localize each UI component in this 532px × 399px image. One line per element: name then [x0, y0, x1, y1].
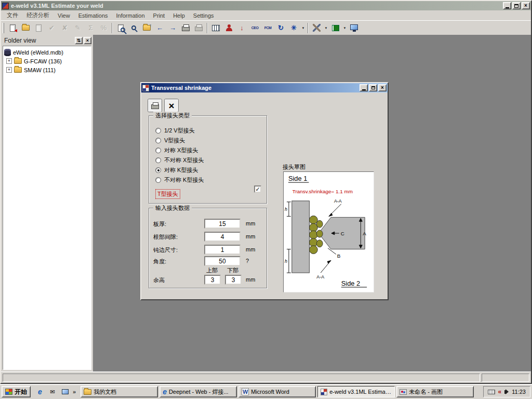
validate-button[interactable]: ✔ [45, 22, 58, 34]
percent-button[interactable]: % [97, 22, 110, 34]
radio-v-joint[interactable]: V型接头 [155, 137, 185, 144]
monitor-button[interactable] [348, 22, 361, 34]
quick-launch-ie-button[interactable]: e [35, 387, 45, 396]
dim-c: C [341, 231, 344, 236]
reinforcement-headers: 上部 下部 [149, 267, 267, 274]
t-joint-label[interactable]: T型接头 [155, 189, 180, 199]
taskbar-button-word[interactable]: W Microsoft Word [238, 386, 316, 397]
menu-file[interactable]: 文件 [3, 10, 22, 20]
dialog-title: Transversal shrinkage [151, 85, 358, 91]
minimize-button[interactable] [503, 2, 511, 9]
menu-help[interactable]: Help [169, 11, 189, 20]
menu-view[interactable]: View [54, 11, 74, 20]
start-button[interactable]: 开始 [2, 386, 31, 397]
close-button[interactable]: × [522, 2, 530, 9]
maximize-button[interactable] [512, 2, 521, 9]
menu-settings[interactable]: Settings [189, 11, 218, 20]
dialog-icon [142, 85, 149, 91]
menu-estimations[interactable]: Estimations [74, 11, 112, 20]
angle-input[interactable] [204, 256, 241, 266]
export-button[interactable]: ↓ [235, 22, 248, 34]
menu-information[interactable]: Information [112, 11, 149, 20]
wizard-button[interactable]: ✳ [287, 22, 300, 34]
zoom-button[interactable] [127, 22, 140, 34]
quick-launch: e ✉ » [32, 387, 79, 396]
root-face-label: 钝边尺寸: [153, 246, 178, 254]
ceo-report-button[interactable]: CEO [248, 22, 261, 34]
save-button[interactable] [32, 22, 45, 34]
expand-toggle-icon[interactable]: + [6, 67, 12, 73]
back-button[interactable]: ← [153, 22, 166, 34]
reinforcement-upper-input[interactable] [204, 275, 221, 285]
toolbar-separator [112, 23, 113, 33]
quick-launch-overflow-chevron[interactable]: » [73, 389, 76, 395]
dock-toggle-button[interactable]: ⇅ [75, 37, 83, 44]
thickness-input[interactable] [204, 219, 241, 229]
root-gap-input[interactable] [204, 232, 241, 242]
handbook-button[interactable] [329, 22, 342, 34]
dialog-maximize-button[interactable] [369, 84, 377, 91]
dialog-delete-button[interactable]: × [164, 99, 179, 112]
radio-symmetric-x-joint[interactable]: 对称 X型接头 [155, 147, 198, 154]
expand-toggle-icon[interactable]: + [6, 58, 12, 64]
root-gap-label: 根部间隙: [153, 233, 178, 241]
volume-icon[interactable] [504, 390, 507, 394]
tools-button[interactable] [310, 22, 323, 34]
status-bar [1, 371, 531, 383]
radio-asymmetric-x-joint[interactable]: 不对称 X型接头 [155, 156, 204, 164]
menu-economic-analysis[interactable]: 经济分析 [22, 10, 54, 20]
folder-view-close-button[interactable]: × [84, 37, 91, 44]
toolbar-grip[interactable] [3, 23, 4, 33]
fcm-report-button[interactable]: FCM [261, 22, 274, 34]
taskbar-button-paint[interactable]: 未命名 - 画图 [396, 386, 474, 397]
show-desktop-button[interactable] [60, 387, 70, 396]
welders-button[interactable] [222, 22, 235, 34]
tree-item-gfcaw[interactable]: + G-FCAW (136) [4, 57, 90, 65]
dialog-close-button[interactable]: × [378, 84, 387, 91]
quick-launch-mail-button[interactable]: ✉ [48, 387, 57, 396]
menu-print[interactable]: Print [149, 11, 169, 20]
dialog-print-button[interactable] [148, 99, 162, 112]
cancel-button[interactable]: ✘ [58, 22, 71, 34]
envelope-icon: ✉ [50, 389, 55, 395]
wizard-dropdown-button[interactable]: ▼ [300, 22, 306, 34]
keyboard-layout-icon[interactable] [488, 390, 495, 394]
folder-up-button[interactable]: ↑ [140, 22, 153, 34]
refresh-button[interactable]: ↻ [274, 22, 287, 34]
root-gap-unit: mm [246, 233, 255, 240]
radio-symmetric-k-joint[interactable]: 对称 K型接头 [155, 166, 198, 174]
tray-collapse-chevron[interactable]: « [498, 388, 502, 395]
tools-dropdown-button[interactable]: ▼ [323, 22, 329, 34]
dialog-titlebar[interactable]: Transversal shrinkage × [141, 83, 388, 92]
root-face-input[interactable] [204, 245, 241, 255]
print-button[interactable] [179, 22, 192, 34]
t-joint-checkbox[interactable]: ✓ [254, 185, 261, 193]
radio-asymmetric-k-joint[interactable]: 不对称 K型接头 [155, 176, 204, 184]
open-database-button[interactable] [19, 22, 32, 34]
taskbar-button-my-documents[interactable]: 我的文档 [81, 386, 158, 397]
app-titlebar[interactable]: e-weld v3.1ML Estimate your weld × [1, 1, 531, 10]
radio-half-v-joint[interactable]: 1/2 V型接头 [155, 127, 195, 135]
forward-button[interactable]: → [166, 22, 179, 34]
paint-icon [400, 389, 407, 395]
checkmark-icon: ✔ [49, 24, 55, 31]
dim-b: B [337, 253, 341, 259]
taskbar-button-eweld[interactable]: e-weld v3.1ML Estimat... [317, 386, 395, 397]
main-toolbar: ✔ ✘ ✎ Σ % ↑ ← → ↓ CEO FCM ↻ ✳ ▼ ▼ [1, 20, 531, 35]
new-estimate-button[interactable] [6, 22, 19, 34]
tree-item-eweld-root[interactable]: eWeld (eWeld.mdb) [4, 48, 90, 57]
radio-icon [155, 177, 161, 183]
field-row-reinforcement: 余高 mm [149, 275, 267, 285]
preview-button[interactable] [114, 22, 127, 34]
edit-button[interactable]: ✎ [71, 22, 84, 34]
handbook-dropdown-button[interactable]: ▼ [342, 22, 348, 34]
radio-label: V型接头 [164, 137, 185, 144]
reinforcement-lower-input[interactable] [225, 275, 242, 285]
print-preview-button[interactable] [192, 22, 205, 34]
sum-button[interactable]: Σ [84, 22, 97, 34]
pencil-icon: ✎ [75, 24, 81, 31]
estimates-grid-button[interactable] [209, 22, 222, 34]
taskbar-button-deepnet[interactable]: e Deepnet - Web - 焊接... [159, 386, 237, 397]
dialog-minimize-button[interactable] [360, 84, 368, 91]
tree-item-smaw[interactable]: + SMAW (111) [4, 65, 90, 74]
